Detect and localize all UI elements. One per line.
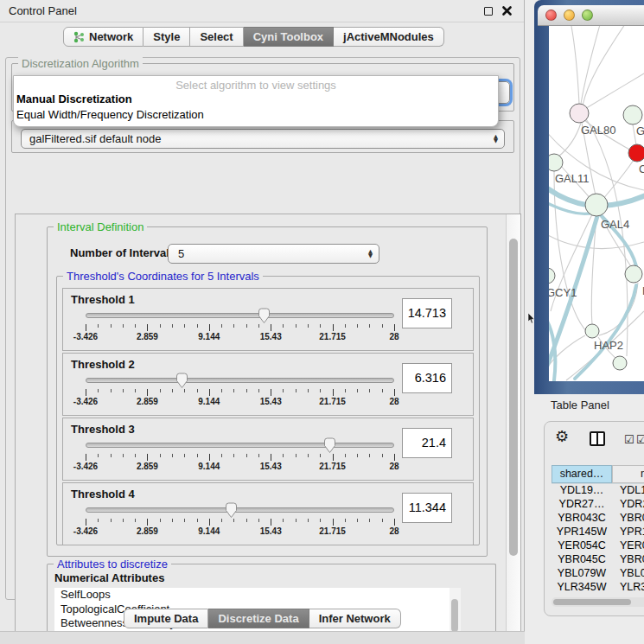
tick-mark: [345, 454, 346, 457]
table-row[interactable]: YIL052CYIL0: [552, 595, 644, 596]
tick-mark: [160, 454, 161, 457]
slider-track[interactable]: [86, 443, 394, 448]
table-row[interactable]: YER054CYER0: [552, 539, 644, 553]
tab-jactivemnodules[interactable]: jActiveMNodules: [334, 27, 444, 47]
gear-icon[interactable]: ⚙: [555, 427, 569, 445]
network-window-titlebar[interactable]: [538, 5, 644, 26]
threshold-slider[interactable]: [86, 439, 394, 453]
vertical-scrollbar-thumb[interactable]: [509, 239, 518, 556]
network-node[interactable]: [585, 194, 608, 216]
tick-mark: [111, 389, 112, 392]
threshold-label: Threshold 3: [71, 423, 135, 436]
slider-ticks: [86, 389, 394, 397]
vertical-scrollbar[interactable]: [506, 214, 520, 633]
tick-mark: [258, 389, 259, 392]
tick-mark: [160, 324, 161, 328]
table-row[interactable]: YPR145WYPR1: [552, 526, 644, 539]
threshold-slider[interactable]: [86, 309, 394, 323]
attributes-scrollbar-thumb[interactable]: [451, 599, 458, 632]
slider-track[interactable]: [86, 378, 394, 383]
tick-mark: [184, 389, 185, 392]
tab-cyni-toolbox[interactable]: Cyni Toolbox: [244, 27, 334, 47]
bottom-tab-bar: Impute Data Discretize Data Infer Networ…: [124, 609, 401, 628]
slider-thumb-icon[interactable]: [323, 437, 336, 454]
tick-mark: [147, 389, 148, 396]
close-traffic-light[interactable]: [545, 10, 557, 21]
horizontal-scrollbar[interactable]: [552, 597, 644, 607]
slider-thumb-icon[interactable]: [175, 373, 188, 389]
network-node[interactable]: [613, 356, 627, 370]
slider-scale-labels: -3.4262.8599.14415.4321.71528: [86, 332, 394, 342]
threshold-panel: Threshold 2 -3.4262.8599.14415.4321.7152…: [62, 353, 474, 416]
threshold-value-field[interactable]: 11.344: [402, 493, 452, 523]
tick-mark: [209, 324, 210, 331]
popup-option-equal-width[interactable]: Equal Width/Frequency Discretization: [14, 107, 498, 123]
tab-style[interactable]: Style: [143, 27, 190, 47]
table-row[interactable]: YDR27…YDR2: [552, 498, 644, 512]
slider-track[interactable]: [86, 313, 394, 318]
table-row[interactable]: YBR045CYBR0: [552, 553, 644, 567]
table-row[interactable]: YDL19…YDL1: [552, 484, 644, 498]
tick-mark: [172, 389, 173, 392]
slider-track[interactable]: [86, 507, 394, 513]
tick-mark: [221, 324, 222, 328]
threshold-slider[interactable]: [86, 504, 394, 518]
tab-select[interactable]: Select: [190, 27, 243, 47]
tick-mark: [184, 519, 185, 522]
tick-mark: [160, 389, 161, 392]
tick-label: 2.859: [137, 332, 158, 341]
tick-label: -3.426: [73, 462, 98, 471]
checkbox-icon[interactable]: ☑: [624, 433, 634, 446]
tick-mark: [221, 519, 222, 522]
checkbox-icon[interactable]: ☑: [636, 433, 644, 446]
slider-thumb-icon[interactable]: [258, 308, 271, 324]
column-header-shared[interactable]: shared…: [552, 465, 612, 483]
tab-infer-label: Infer Network: [319, 609, 391, 628]
attributes-scrollbar[interactable]: [450, 588, 461, 632]
threshold-value-field[interactable]: 6.316: [402, 363, 452, 393]
table-row[interactable]: YLR345WYLR3: [552, 581, 644, 595]
table-body: YDL19…YDL1YDR27…YDR2YBR043CYBR0YPR145WYP…: [552, 483, 644, 596]
table-row[interactable]: YBL079WYBL0: [552, 567, 644, 581]
tab-network[interactable]: Network: [63, 27, 143, 47]
tab-infer-network[interactable]: Infer Network: [309, 609, 401, 628]
network-canvas[interactable]: GAL80GCGAL11GAL4GCY1HHAP2: [549, 26, 644, 381]
threshold-list: Threshold 1 -3.4262.8599.14415.4321.7152…: [57, 277, 479, 545]
tick-label: 2.859: [137, 462, 158, 471]
attribute-item[interactable]: SelfLoops: [54, 588, 461, 603]
tab-discretize-data[interactable]: Discretize Data: [208, 609, 309, 628]
minimize-traffic-light[interactable]: [564, 10, 575, 21]
tab-impute-data[interactable]: Impute Data: [124, 609, 208, 628]
table-data-combobox[interactable]: galFiltered.sif default node ▲▼: [21, 129, 505, 149]
network-node[interactable]: [623, 105, 642, 124]
popup-option-manual[interactable]: Manual Discretization: [14, 92, 498, 107]
slider-thumb-icon[interactable]: [225, 502, 238, 519]
threshold-panel: Threshold 1 -3.4262.8599.14415.4321.7152…: [62, 288, 474, 351]
zoom-traffic-light[interactable]: [582, 10, 593, 21]
network-node[interactable]: [625, 265, 642, 283]
network-node[interactable]: [570, 104, 589, 123]
table-row[interactable]: YBR043CYBR0: [552, 512, 644, 526]
table-cell-name: YBR0: [612, 512, 644, 526]
table-cell-name: YDR2: [612, 498, 644, 512]
number-of-intervals-combobox[interactable]: 5 ▲▼: [168, 244, 379, 264]
threshold-value-field[interactable]: 21.4: [402, 428, 452, 458]
column-header-name[interactable]: na: [612, 465, 644, 483]
threshold-value-field[interactable]: 14.713: [402, 298, 452, 328]
table-cell-name: YER0: [612, 539, 644, 553]
network-node[interactable]: [628, 144, 644, 162]
tick-mark: [172, 454, 173, 457]
float-window-icon[interactable]: [484, 7, 493, 16]
network-node[interactable]: [549, 154, 563, 171]
node-table: shared… na YDL19…YDL1YDR27…YDR2YBR043CYB…: [552, 465, 644, 596]
threshold-slider[interactable]: [86, 374, 394, 388]
network-node[interactable]: [585, 324, 599, 338]
threshold-label: Threshold 1: [71, 293, 135, 306]
network-node[interactable]: [549, 268, 555, 284]
close-icon[interactable]: [502, 6, 512, 16]
columns-icon[interactable]: [590, 431, 605, 446]
tick-mark: [320, 519, 321, 522]
tick-mark: [209, 454, 210, 461]
slider-ticks: [86, 454, 394, 462]
horizontal-scrollbar-thumb[interactable]: [553, 599, 631, 605]
